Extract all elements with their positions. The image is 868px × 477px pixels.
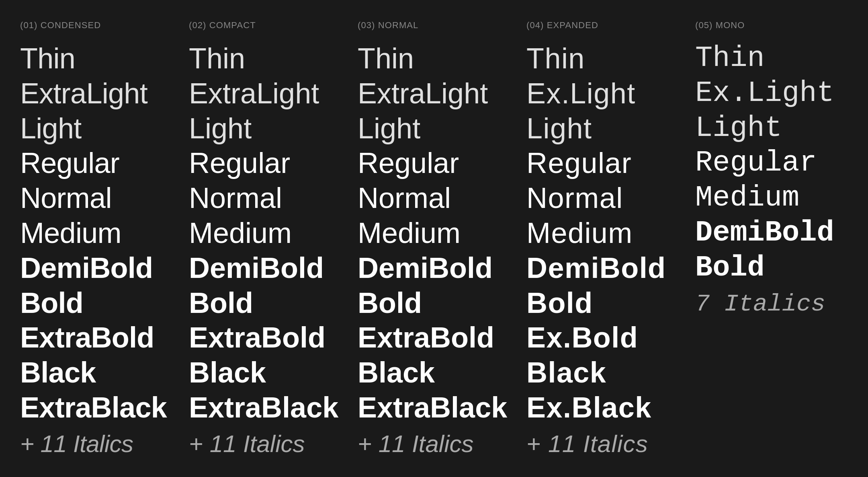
italics-note-compact: + 11 Italics [189, 430, 342, 458]
weight-w-demibold-compact: DemiBold [189, 251, 342, 285]
weight-w-thin-condensed: Thin [20, 42, 173, 75]
column-header-expanded: (04) EXPANDED [526, 20, 679, 31]
weight-w-extrabold-expanded: Ex.Bold [526, 321, 679, 354]
weight-w-bold-normal: Bold [358, 286, 510, 320]
weight-w-extralight-expanded: Ex.Light [526, 77, 679, 110]
weight-w-light-mono: Light [695, 112, 848, 145]
weight-w-bold-expanded: Bold [526, 286, 679, 320]
weight-w-medium-expanded: Medium [526, 216, 679, 250]
weight-w-black-normal: Black [358, 356, 510, 389]
weight-w-normal-compact: Normal [189, 181, 342, 215]
weight-w-light-condensed: Light [20, 112, 173, 145]
weight-w-bold-condensed: Bold [20, 286, 173, 320]
italics-note-expanded: + 11 Italics [526, 430, 679, 458]
weight-w-medium-mono: Medium [695, 181, 848, 215]
weight-w-light-normal: Light [358, 112, 510, 145]
column-header-normal: (03) NORMAL [358, 20, 510, 31]
weight-w-bold-compact: Bold [189, 286, 342, 320]
weight-w-medium-condensed: Medium [20, 216, 173, 250]
column-mono: (05) MONOThinEx.LightLightRegularMediumD… [687, 20, 856, 459]
weight-w-extrablack-compact: ExtraBlack [189, 391, 342, 424]
weight-w-light-compact: Light [189, 112, 342, 145]
column-condensed: (01) CONDENSEDThinExtraLightLightRegular… [12, 20, 181, 459]
weight-w-extrabold-compact: ExtraBold [189, 321, 342, 354]
weight-w-extralight-normal: ExtraLight [358, 77, 510, 110]
weight-w-regular-compact: Regular [189, 146, 342, 180]
weight-w-extralight-compact: ExtraLight [189, 77, 342, 110]
weight-w-extrablack-condensed: ExtraBlack [20, 391, 173, 424]
weight-w-thin-normal: Thin [358, 42, 510, 75]
weight-w-extralight-mono: Ex.Light [695, 77, 848, 110]
font-weight-grid: (01) CONDENSEDThinExtraLightLightRegular… [12, 20, 856, 459]
weight-w-thin-mono: Thin [695, 42, 848, 75]
weight-w-regular-mono: Regular [695, 146, 848, 180]
italics-note-normal: + 11 Italics [358, 430, 510, 458]
weight-w-bold-mono: Bold [695, 251, 848, 285]
weight-w-black-compact: Black [189, 356, 342, 389]
weight-w-medium-normal: Medium [358, 216, 510, 250]
weight-w-extrablack-expanded: Ex.Black [526, 391, 679, 424]
weight-w-thin-expanded: Thin [526, 42, 679, 75]
weight-w-normal-expanded: Normal [526, 181, 679, 215]
italics-note-mono: 7 Italics [695, 290, 848, 318]
weight-w-light-expanded: Light [526, 112, 679, 145]
weight-w-black-expanded: Black [526, 356, 679, 389]
weight-w-demibold-expanded: DemiBold [526, 251, 679, 285]
weight-w-thin-compact: Thin [189, 42, 342, 75]
italics-note-condensed: + 11 Italics [20, 430, 173, 458]
weight-w-extrabold-normal: ExtraBold [358, 321, 510, 354]
weight-w-extrablack-normal: ExtraBlack [358, 391, 510, 424]
column-compact: (02) COMPACTThinExtraLightLightRegularNo… [181, 20, 350, 459]
column-header-compact: (02) COMPACT [189, 20, 342, 31]
column-header-mono: (05) MONO [695, 20, 848, 31]
weight-w-demibold-mono: DemiBold [695, 216, 848, 250]
column-normal: (03) NORMALThinExtraLightLightRegularNor… [350, 20, 518, 459]
column-header-condensed: (01) CONDENSED [20, 20, 173, 31]
weight-w-black-condensed: Black [20, 356, 173, 389]
weight-w-regular-condensed: Regular [20, 146, 173, 180]
weight-w-extralight-condensed: ExtraLight [20, 77, 173, 110]
column-expanded: (04) EXPANDEDThinEx.LightLightRegularNor… [518, 20, 687, 459]
weight-w-extrabold-condensed: ExtraBold [20, 321, 173, 354]
weight-w-regular-expanded: Regular [526, 146, 679, 180]
weight-w-normal-condensed: Normal [20, 181, 173, 215]
weight-w-regular-normal: Regular [358, 146, 510, 180]
weight-w-normal-normal: Normal [358, 181, 510, 215]
weight-w-medium-compact: Medium [189, 216, 342, 250]
weight-w-demibold-condensed: DemiBold [20, 251, 173, 285]
weight-w-demibold-normal: DemiBold [358, 251, 510, 285]
